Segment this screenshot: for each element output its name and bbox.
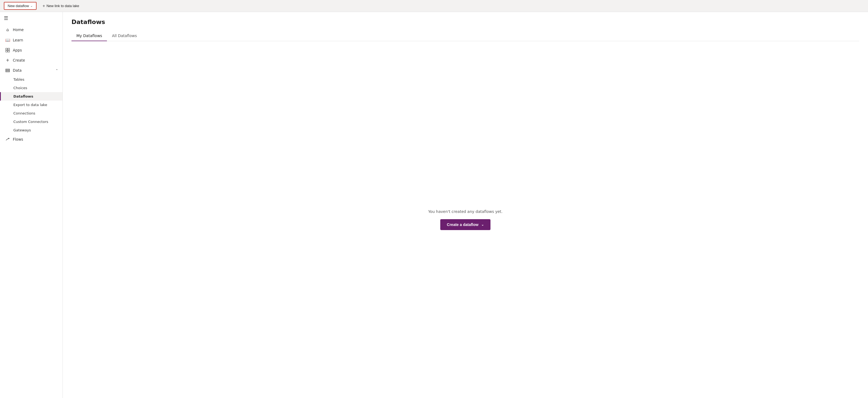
svg-rect-0	[6, 48, 7, 50]
new-dataflow-label: New dataflow	[8, 4, 29, 8]
sidebar-item-connections[interactable]: Connections	[0, 109, 62, 118]
create-dataflow-button[interactable]: Create a dataflow ⌄	[440, 219, 491, 230]
tabs: My Dataflows All Dataflows	[71, 31, 859, 41]
sidebar-item-apps-label: Apps	[13, 48, 22, 52]
svg-rect-3	[8, 51, 9, 52]
sidebar-item-gateways-label: Gateways	[13, 128, 31, 132]
sidebar-nav: ⌂ Home 📖 Learn Apps +	[0, 25, 62, 144]
svg-rect-6	[6, 71, 9, 72]
tab-my-dataflows[interactable]: My Dataflows	[71, 31, 107, 41]
sidebar-item-dataflows-label: Dataflows	[13, 94, 33, 98]
learn-icon: 📖	[5, 38, 10, 42]
toolbar: New dataflow ⌄ + New link to data lake	[0, 0, 868, 12]
new-link-button[interactable]: + New link to data lake	[40, 2, 82, 10]
plus-icon: +	[42, 4, 45, 8]
page-body: You haven't created any dataflows yet. C…	[63, 41, 868, 398]
page-header: Dataflows My Dataflows All Dataflows	[63, 12, 868, 41]
create-dataflow-label: Create a dataflow	[447, 223, 478, 227]
sidebar-item-learn[interactable]: 📖 Learn	[0, 35, 62, 45]
sidebar-item-custom-connectors[interactable]: Custom Connectors	[0, 118, 62, 126]
sidebar-item-home-label: Home	[13, 28, 24, 32]
sidebar-item-export[interactable]: Export to data lake	[0, 101, 62, 109]
sidebar-item-connections-label: Connections	[13, 111, 35, 115]
sidebar-item-tables[interactable]: Tables	[0, 75, 62, 84]
sidebar-item-choices-label: Choices	[13, 86, 27, 90]
sidebar-item-data[interactable]: Data ⌃	[0, 65, 62, 75]
flows-icon	[5, 137, 10, 141]
chevron-down-icon: ⌄	[30, 4, 33, 8]
svg-rect-1	[8, 48, 9, 50]
create-chevron-icon: ⌄	[481, 223, 484, 227]
layout: ☰ ⌂ Home 📖 Learn A	[0, 12, 868, 398]
sidebar-item-data-label: Data	[13, 68, 22, 72]
sidebar-top: ☰	[0, 12, 62, 25]
tab-all-dataflows[interactable]: All Dataflows	[107, 31, 142, 41]
sidebar-item-flows-label: Flows	[13, 137, 23, 141]
apps-icon	[5, 48, 10, 52]
sidebar-item-learn-label: Learn	[13, 38, 23, 42]
empty-message: You haven't created any dataflows yet.	[428, 209, 503, 214]
sidebar-item-create[interactable]: + Create	[0, 55, 62, 65]
svg-rect-2	[6, 51, 7, 52]
svg-rect-4	[6, 69, 9, 70]
page-title: Dataflows	[71, 19, 859, 25]
sidebar-item-dataflows[interactable]: Dataflows	[0, 92, 62, 101]
main-content: Dataflows My Dataflows All Dataflows You…	[63, 12, 868, 398]
data-icon	[5, 68, 10, 72]
sidebar-item-gateways[interactable]: Gateways	[0, 126, 62, 134]
tab-my-dataflows-label: My Dataflows	[76, 34, 102, 38]
new-link-label: New link to data lake	[46, 4, 79, 8]
data-expand-icon: ⌃	[56, 69, 58, 72]
home-icon: ⌂	[5, 27, 10, 32]
sidebar-item-home[interactable]: ⌂ Home	[0, 25, 62, 35]
sidebar-item-export-label: Export to data lake	[13, 103, 47, 107]
sidebar-item-flows[interactable]: Flows	[0, 134, 62, 144]
hamburger-button[interactable]: ☰	[3, 14, 9, 22]
create-icon: +	[5, 58, 10, 63]
sidebar-item-apps[interactable]: Apps	[0, 45, 62, 55]
sidebar-item-tables-label: Tables	[13, 77, 24, 81]
sidebar-item-choices[interactable]: Choices	[0, 84, 62, 92]
new-dataflow-button[interactable]: New dataflow ⌄	[4, 2, 36, 10]
sidebar-item-custom-connectors-label: Custom Connectors	[13, 120, 48, 124]
sidebar-item-create-label: Create	[13, 58, 25, 62]
svg-rect-5	[6, 70, 9, 71]
tab-all-dataflows-label: All Dataflows	[112, 34, 137, 38]
sidebar: ☰ ⌂ Home 📖 Learn A	[0, 12, 63, 398]
